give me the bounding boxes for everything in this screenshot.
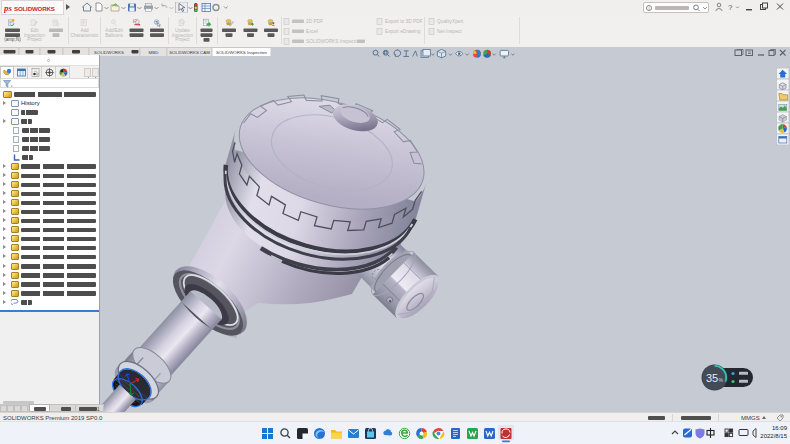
- svg-text:QualityXpert: QualityXpert: [437, 19, 464, 24]
- svg-text:%: %: [719, 377, 724, 383]
- svg-text:MBD: MBD: [149, 50, 159, 55]
- svg-text:SOLIDWORKS: SOLIDWORKS: [14, 5, 55, 12]
- svg-text:SOLIDWORKS Inspection: SOLIDWORKS Inspection: [306, 39, 362, 44]
- svg-text:Characteristic: Characteristic: [70, 33, 99, 38]
- svg-text:35: 35: [706, 372, 718, 384]
- svg-text:SOLIDWORKS Inspection: SOLIDWORKS Inspection: [216, 50, 268, 55]
- svg-text:(amp;N): (amp;N): [4, 37, 21, 42]
- svg-text:Net-Inspect: Net-Inspect: [437, 29, 462, 34]
- svg-text:Project: Project: [27, 37, 42, 42]
- svg-text:SOLIDWORKS CAM: SOLIDWORKS CAM: [169, 50, 210, 55]
- svg-text:?: ?: [728, 3, 733, 12]
- svg-text:Export to 3D PDF: Export to 3D PDF: [385, 19, 423, 24]
- svg-text:Project: Project: [175, 37, 190, 42]
- svg-text:2D PDF: 2D PDF: [306, 19, 323, 24]
- svg-text:ps: ps: [4, 3, 13, 13]
- svg-text:Export eDrawing: Export eDrawing: [385, 29, 421, 34]
- svg-text:Balloons: Balloons: [105, 33, 123, 38]
- svg-text:Excel: Excel: [306, 29, 318, 34]
- svg-text:SOLIDWORKS Premium 2019 SP0.0: SOLIDWORKS Premium 2019 SP0.0: [3, 415, 103, 421]
